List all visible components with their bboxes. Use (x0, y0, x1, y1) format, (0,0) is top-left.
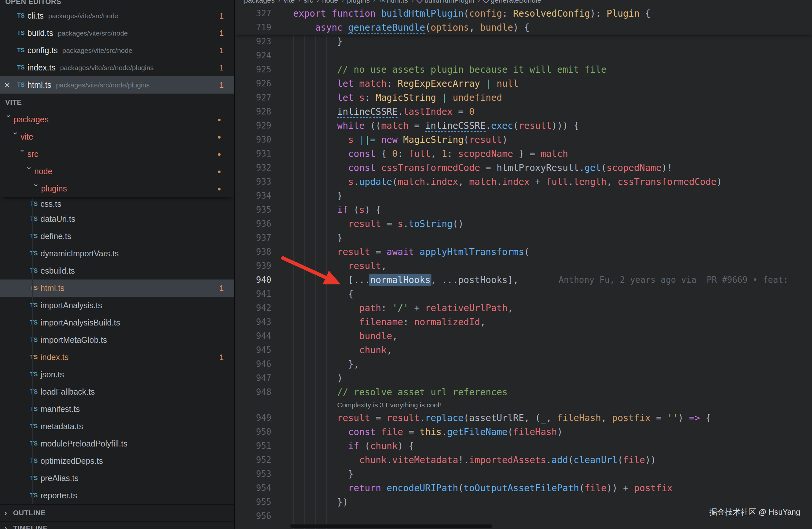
breadcrumb-item[interactable]: html.ts (387, 0, 408, 4)
file-name: cli.ts (27, 11, 44, 20)
code-line[interactable]: 924 (235, 48, 812, 62)
tree-file-row[interactable]: TSloadFallback.ts (0, 383, 234, 400)
open-editors-header[interactable]: OPEN EDITORS (0, 0, 234, 7)
code-line[interactable]: 937 } (235, 231, 812, 245)
open-editor-row[interactable]: TScli.tspackages/vite/src/node1 (0, 7, 234, 25)
tree-file-row[interactable]: TSimportMetaGlob.ts (0, 331, 234, 349)
code-line[interactable]: 942 path: '/' + relativeUrlPath, (235, 301, 812, 315)
tree-file-row[interactable]: TSmetadata.ts (0, 418, 234, 435)
chevron-down-icon: › (4, 115, 13, 125)
code-line[interactable]: 931 const { 0: full, 1: scopedName } = m… (235, 147, 812, 161)
code-line[interactable]: 951 if (chunk) { (235, 439, 812, 453)
chevron-down-icon: › (18, 149, 27, 159)
tree-file-row[interactable]: TSdefine.ts (0, 228, 234, 245)
tree-file-row[interactable]: TSimportAnalysis.ts (0, 297, 234, 314)
code-line[interactable]: 953 } (235, 467, 812, 481)
code-line[interactable]: 934 } (235, 189, 812, 203)
code-line[interactable]: 327export function buildHtmlPlugin(confi… (235, 6, 812, 20)
open-editor-row[interactable]: ×TShtml.tspackages/vite/src/node/plugins… (0, 76, 234, 94)
typescript-file-icon: TS (14, 82, 27, 88)
code-line[interactable]: 954 return encodeURIPath(toOutputAssetFi… (235, 481, 812, 495)
code-text: }) (271, 495, 348, 509)
breadcrumb-item[interactable]: vite (284, 0, 295, 4)
code-line[interactable]: 719 async generateBundle(options, bundle… (235, 20, 812, 34)
file-name: config.ts (27, 46, 58, 55)
typescript-file-icon: TS (379, 0, 385, 3)
horizontal-scrollbar[interactable] (290, 525, 492, 528)
code-line[interactable]: 930 s ||= new MagicString(result) (235, 133, 812, 147)
line-number: 947 (235, 371, 271, 385)
tree-file-row[interactable]: TSdynamicImportVars.ts (0, 245, 234, 262)
breadcrumb-item[interactable]: src (304, 0, 313, 4)
tree-file-row[interactable]: TSimportAnalysisBuild.ts (0, 314, 234, 331)
line-number: 928 (235, 105, 271, 119)
timeline-label: TIMELINE (13, 524, 48, 529)
open-editor-row[interactable]: TSbuild.tspackages/vite/src/node1 (0, 25, 234, 42)
code-line[interactable]: 929 while ((match = inlineCSSRE.exec(res… (235, 119, 812, 133)
open-editor-row[interactable]: TSindex.tspackages/vite/src/node/plugins… (0, 59, 234, 76)
tree-file-row[interactable]: TSreporter.ts (0, 487, 234, 504)
method-symbol-icon (417, 0, 423, 3)
line-number: 936 (235, 217, 271, 231)
tree-file-row[interactable]: TSmanifest.ts (0, 400, 234, 418)
code-line[interactable]: 945 chunk, (235, 343, 812, 357)
outline-section-header[interactable]: › OUTLINE (0, 504, 234, 521)
code-line[interactable]: 952 chunk.viteMetadata!.importedAssets.a… (235, 453, 812, 467)
typescript-file-icon: TS (27, 201, 41, 208)
tree-file-row[interactable]: TShtml.ts1 (0, 280, 234, 297)
code-line[interactable]: 950 const file = this.getFileName(fileHa… (235, 425, 812, 439)
timeline-section-header[interactable]: › TIMELINE (0, 521, 234, 529)
tree-file-row[interactable]: TSdataUri.ts (0, 210, 234, 228)
line-number: 932 (235, 161, 271, 175)
open-editors-list: TScli.tspackages/vite/src/node1TSbuild.t… (0, 7, 234, 94)
code-line[interactable]: 928 inlineCSSRE.lastIndex = 0 (235, 105, 812, 119)
tree-folder-row[interactable]: ›src● (0, 145, 234, 163)
breadcrumb-item[interactable]: packages (244, 0, 275, 4)
typescript-file-icon: TS (27, 337, 41, 343)
problems-badge: 1 (219, 81, 224, 90)
code-line[interactable]: 925 // no use assets plugin because it w… (235, 62, 812, 77)
code-line[interactable]: 947 ) (235, 371, 812, 385)
code-line[interactable]: 955 }) (235, 495, 812, 509)
code-text: return encodeURIPath(toOutputAssetFilePa… (271, 481, 672, 495)
code-line[interactable]: 935 if (s) { (235, 203, 812, 217)
code-line[interactable]: 927 let s: MagicString | undefined (235, 91, 812, 105)
line-number: 930 (235, 133, 271, 147)
code-line[interactable]: 936 result = s.toString() (235, 217, 812, 231)
open-editor-row[interactable]: TSconfig.tspackages/vite/src/node1 (0, 42, 234, 59)
tree-folder-row[interactable]: ›vite● (0, 128, 234, 145)
code-line[interactable]: 933 s.update(match.index, match.index + … (235, 175, 812, 189)
code-line[interactable]: 926 let match: RegExpExecArray | null (235, 77, 812, 91)
breadcrumb-item[interactable]: plugins (347, 0, 370, 4)
tree-folder-row[interactable]: ›plugins● (0, 180, 234, 197)
code-line[interactable]: 943 filename: normalizedId, (235, 315, 812, 329)
code-line[interactable]: 923 } (235, 34, 812, 48)
tree-folder-row[interactable]: ›packages● (0, 111, 234, 128)
tree-file-row[interactable]: TSjson.ts (0, 366, 234, 383)
breadcrumb-item[interactable]: generateBundle (491, 0, 541, 4)
explorer-section-header[interactable]: VITE (0, 94, 234, 111)
tree-file-row[interactable]: TSpreAlias.ts (0, 470, 234, 487)
code-line[interactable]: 949 result = result.replace(assetUrlRE, … (235, 411, 812, 425)
tree-file-row[interactable]: TSindex.ts1 (0, 349, 234, 366)
code-line[interactable]: 932 const cssTransformedCode = htmlProxy… (235, 161, 812, 175)
tree-file-row[interactable]: TScss.ts (0, 197, 234, 210)
code-line[interactable]: 946 }, (235, 357, 812, 371)
annotation-arrow-icon (272, 249, 357, 292)
file-name: reporter.ts (41, 491, 77, 500)
close-icon[interactable]: × (0, 80, 14, 91)
code-line[interactable]: 944 bundle, (235, 329, 812, 343)
tree-folder-row[interactable]: ›node● (0, 163, 234, 180)
tree-file-row[interactable]: TSoptimizedDeps.ts (0, 452, 234, 470)
tree-file-row[interactable]: TSesbuild.ts (0, 262, 234, 280)
complexity-hint-row: Complexity is 3 Everything is cool! (235, 399, 812, 411)
line-number: 946 (235, 357, 271, 371)
method-symbol-icon (483, 0, 489, 3)
file-name: optimizedDeps.ts (41, 456, 103, 466)
tree-file-row[interactable]: TSmodulePreloadPolyfill.ts (0, 435, 234, 452)
code-text: result = s.toString() (271, 217, 464, 231)
code-line[interactable]: 948 // resolve asset url references (235, 385, 812, 399)
code-line[interactable]: 956 (235, 509, 812, 523)
breadcrumb-item[interactable]: buildHtmlPlugin (424, 0, 474, 4)
breadcrumb-item[interactable]: node (322, 0, 338, 4)
